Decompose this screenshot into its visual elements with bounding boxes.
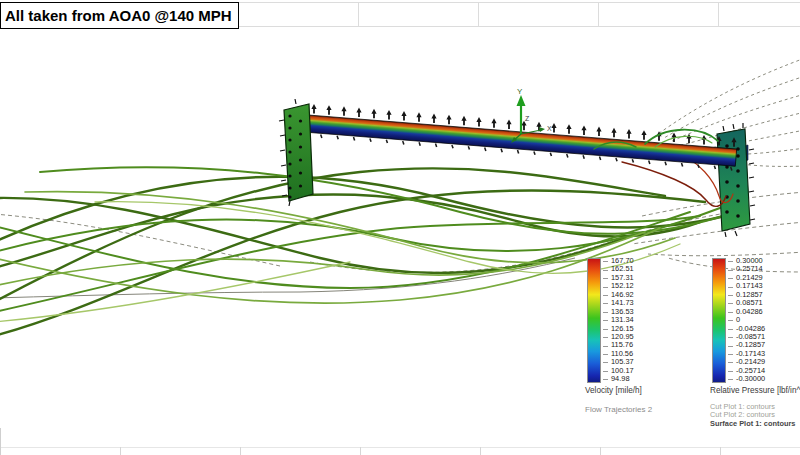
dashed-streamlines-wake [0, 192, 800, 272]
x-axis-arrowhead [539, 127, 545, 132]
x-axis-label: X [547, 125, 552, 132]
right-endplate [717, 123, 755, 237]
velocity-tick-labels: 167.70162.51157.31152.12146.92141.73136.… [603, 257, 634, 384]
pressure-unit-label: Relative Pressure [lbf/in^2] [710, 386, 800, 395]
z-axis-label: Z [525, 115, 530, 122]
surface-plot-1-caption: Surface Plot 1: contours [710, 420, 795, 428]
velocity-unit-label: Velocity [mile/h] [585, 386, 713, 395]
legend-tick-label: 94.98 [603, 375, 634, 383]
plot-captions: Cut Plot 1: contours Cut Plot 2: contour… [710, 403, 795, 428]
left-endplate [279, 99, 313, 206]
pressure-colorbar [712, 258, 726, 383]
legend-tick-label: 0.04286 [728, 308, 765, 316]
y-axis-arrowhead [517, 95, 526, 106]
y-axis-label: Y [517, 87, 523, 96]
flow-trajectories-caption: Flow Trajectories 2 [585, 405, 652, 414]
velocity-colorbar [587, 258, 601, 383]
legend-tick-label: -0.30000 [728, 375, 765, 383]
pressure-tick-labels: 0.300000.257140.214290.171430.128570.085… [728, 257, 765, 384]
